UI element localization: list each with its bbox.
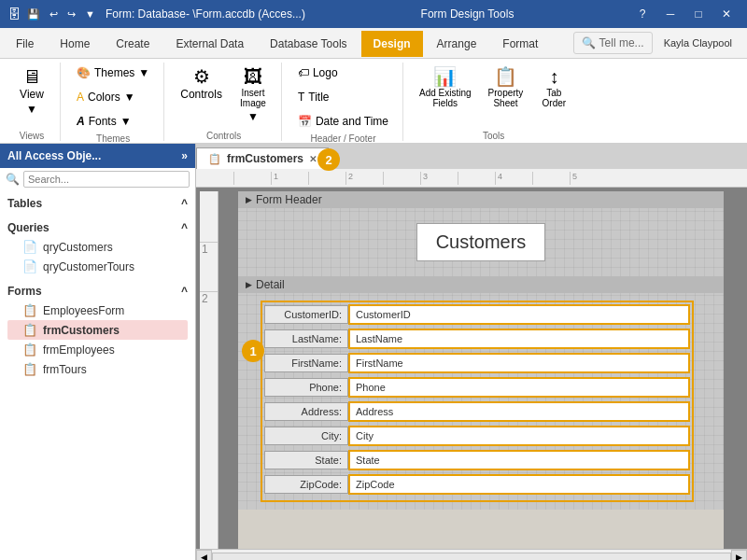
field-control[interactable]: CustomerID (348, 304, 690, 325)
themes-icon: 🎨 (77, 66, 91, 79)
forms-collapse-icon: ^ (181, 285, 188, 298)
sidebar-item-employeesform[interactable]: 📋 EmployeesForm (7, 301, 188, 320)
controls-icon: ⚙ (193, 67, 210, 86)
tab-arrange[interactable]: Arrange (425, 31, 489, 56)
colors-icon: A (77, 91, 84, 104)
minimize-btn[interactable]: ─ (657, 5, 684, 23)
calendar-icon: 📅 (298, 115, 312, 128)
fonts-icon: A (77, 115, 85, 128)
field-label: CustomerID: (264, 305, 348, 324)
undo-quick-btn[interactable]: ↩ (47, 7, 61, 22)
tools-group-items: 📊 Add ExistingFields 📋 PropertySheet ↕ T… (413, 63, 574, 129)
window-title: Form: Database- \Form.accdb (Acces...) (106, 7, 305, 21)
sidebar-tables-header[interactable]: Tables ^ (7, 194, 188, 213)
sidebar-item-qrycustomertours[interactable]: 📄 qryCustomerTours (7, 257, 188, 276)
tab-external-data[interactable]: External Data (163, 31, 256, 56)
themes-btn[interactable]: 🎨 Themes ▼ (70, 63, 156, 83)
field-label: ZipCode: (264, 475, 348, 494)
fonts-btn[interactable]: A Fonts ▼ (70, 111, 138, 132)
field-control[interactable]: City (348, 426, 690, 446)
ribbon-group-views: 🖥 View ▼ Views (4, 63, 61, 141)
field-control[interactable]: ZipCode (348, 474, 690, 495)
tab-order-icon: ↕ (549, 67, 558, 86)
ruler-mark-1 (233, 172, 271, 185)
table-row: Phone:Phone (264, 377, 690, 398)
field-control[interactable]: FirstName (348, 353, 690, 373)
add-fields-icon: 📊 (433, 67, 457, 86)
help-btn[interactable]: ? (629, 5, 655, 23)
sidebar-item-qrycustomers[interactable]: 📄 qryCustomers (7, 237, 188, 257)
tab-format[interactable]: Format (490, 31, 550, 56)
sidebar-tables-section: Tables ^ (0, 190, 195, 215)
doc-tab-frmcustomers[interactable]: 📋 frmCustomers ✕ (196, 147, 329, 169)
sidebar-search-input[interactable] (23, 171, 190, 188)
table-row: ZipCode:ZipCode (264, 474, 690, 495)
table-row: Address:Address (264, 401, 690, 422)
sidebar-title: All Access Obje... (7, 149, 101, 162)
insert-dropdown-icon: ▼ (247, 110, 259, 123)
doc-tab-close[interactable]: ✕ (309, 154, 317, 164)
ruler-mark-8: 4 (495, 172, 532, 185)
fields-group[interactable]: CustomerID:CustomerIDLastName:LastNameFi… (261, 301, 694, 502)
redo-quick-btn[interactable]: ↪ (64, 7, 78, 22)
insert-image-btn[interactable]: 🖼 InsertImage ▼ (233, 63, 274, 128)
scroll-track[interactable] (212, 553, 731, 561)
ribbon: File Home Create External Data Database … (0, 28, 747, 144)
tab-order-btn[interactable]: ↕ TabOrder (533, 63, 574, 113)
field-label: City: (264, 427, 348, 445)
sidebar-item-frmemployees[interactable]: 📋 frmEmployees (7, 340, 188, 359)
ribbon-group-themes: 🎨 Themes ▼ A Colors ▼ A Fonts (63, 63, 164, 141)
view-btn[interactable]: 🖥 View ▼ (11, 63, 52, 120)
scroll-left-btn[interactable]: ◀ (196, 550, 212, 561)
title-btn[interactable]: T Title (291, 87, 336, 107)
form-canvas[interactable]: ▶ Form Header Customers ▶ Detail 1 (238, 191, 724, 549)
tab-database-tools[interactable]: Database Tools (258, 31, 359, 56)
scroll-right-btn[interactable]: ▶ (731, 550, 747, 561)
themes-dropdown-icon: ▼ (138, 66, 149, 79)
header-footer-label: Header / Footer (310, 132, 375, 144)
ruler-mark-9 (532, 172, 570, 185)
form-header-bar[interactable]: ▶ Form Header (238, 191, 724, 208)
user-name: Kayla Claypool (656, 34, 740, 52)
themes-buttons: 🎨 Themes ▼ (70, 63, 156, 83)
ribbon-group-controls: ⚙ Controls 🖼 InsertImage ▼ Controls (166, 63, 282, 141)
property-sheet-btn[interactable]: 📋 PropertySheet (482, 63, 530, 113)
tab-create[interactable]: Create (104, 31, 162, 56)
detail-section[interactable]: 1 CustomerID:CustomerIDLastName:LastName… (238, 293, 724, 510)
step-indicator-2: 2 (317, 148, 340, 171)
tell-me-btn[interactable]: 🔍 Tell me... (573, 32, 653, 54)
colors-btn[interactable]: A Colors ▼ (70, 87, 142, 107)
field-label: State: (264, 451, 348, 469)
form-design-area[interactable]: 1 2 ▶ Form Header Customers (196, 188, 747, 549)
tab-home[interactable]: Home (48, 31, 102, 56)
customize-quick-btn[interactable]: ▼ (82, 7, 98, 21)
detail-bar[interactable]: ▶ Detail (238, 276, 724, 293)
logo-btn[interactable]: 🏷 Logo (291, 63, 345, 83)
sidebar-forms-header[interactable]: Forms ^ (7, 282, 188, 301)
tab-file[interactable]: File (4, 31, 46, 56)
sidebar-queries-header[interactable]: Queries ^ (7, 218, 188, 237)
query-icon-2: 📄 (22, 259, 37, 273)
query-icon: 📄 (22, 240, 37, 254)
sidebar-item-frmcustomers[interactable]: 📋 frmCustomers (7, 320, 188, 340)
themes-label: Themes (96, 132, 130, 144)
form-icon-2: 📋 (22, 323, 37, 337)
sidebar-item-frmtours[interactable]: 📋 frmTours (7, 359, 188, 379)
horizontal-scrollbar[interactable]: ◀ ▶ (196, 549, 747, 560)
table-row: FirstName:FirstName (264, 353, 690, 373)
close-btn[interactable]: ✕ (713, 5, 740, 23)
datetime-btn[interactable]: 📅 Date and Time (291, 111, 395, 132)
field-control[interactable]: LastName (348, 329, 690, 349)
controls-btn[interactable]: ⚙ Controls (174, 63, 229, 105)
ribbon-group-header-footer: 🏷 Logo T Title 📅 Date and Time (284, 63, 403, 141)
form-header-section[interactable]: Customers (238, 208, 724, 276)
save-quick-btn[interactable]: 💾 (24, 7, 43, 22)
tab-design[interactable]: Design (361, 31, 423, 57)
add-fields-btn[interactable]: 📊 Add ExistingFields (413, 63, 478, 113)
form-with-ruler: 1 2 ▶ Form Header Customers (200, 191, 743, 549)
user-area: 🔍 Tell me... Kayla Claypool (566, 28, 747, 58)
maximize-btn[interactable]: □ (685, 5, 712, 23)
field-control[interactable]: Address (348, 401, 690, 422)
field-control[interactable]: State (348, 450, 690, 470)
field-control[interactable]: Phone (348, 377, 690, 398)
